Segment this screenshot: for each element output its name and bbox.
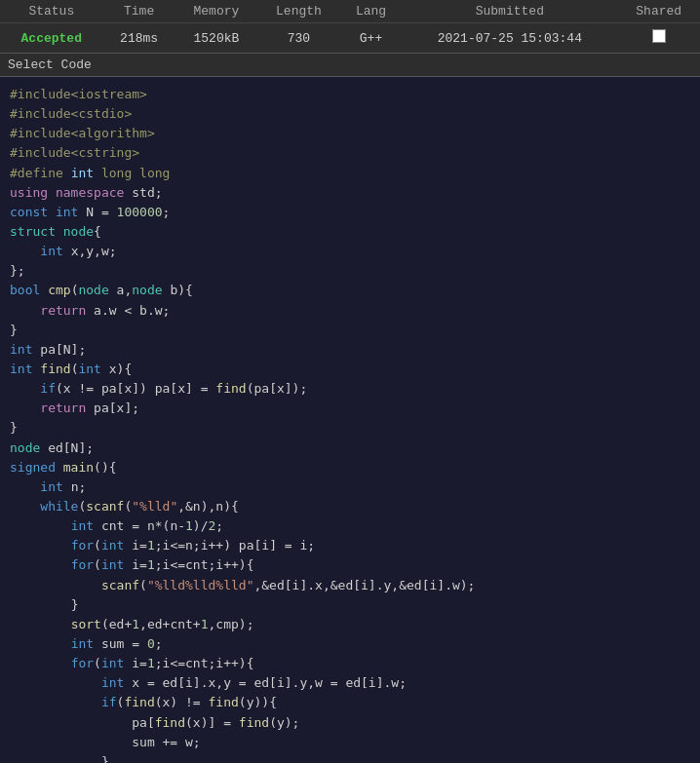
code-block: #include<iostream> #include<cstdio> #inc… <box>0 77 700 763</box>
shared-checkbox[interactable] <box>652 29 666 43</box>
col-lang: Lang <box>340 0 403 23</box>
submission-table: Status Time Memory Length Lang Submitted… <box>0 0 700 53</box>
col-length: Length <box>257 0 340 23</box>
time-value: 218ms <box>103 23 175 54</box>
col-submitted: Submitted <box>402 0 617 23</box>
col-time: Time <box>103 0 175 23</box>
col-shared: Shared <box>617 0 700 23</box>
table-row: Accepted 218ms 1520kB 730 G++ 2021-07-25… <box>0 23 700 54</box>
select-code-label: Select Code <box>0 53 700 77</box>
length-value: 730 <box>257 23 340 54</box>
submitted-value: 2021-07-25 15:03:44 <box>402 23 617 54</box>
status-value: Accepted <box>21 31 82 46</box>
col-status: Status <box>0 0 103 23</box>
lang-value: G++ <box>340 23 403 54</box>
memory-value: 1520kB <box>175 23 258 54</box>
col-memory: Memory <box>175 0 258 23</box>
